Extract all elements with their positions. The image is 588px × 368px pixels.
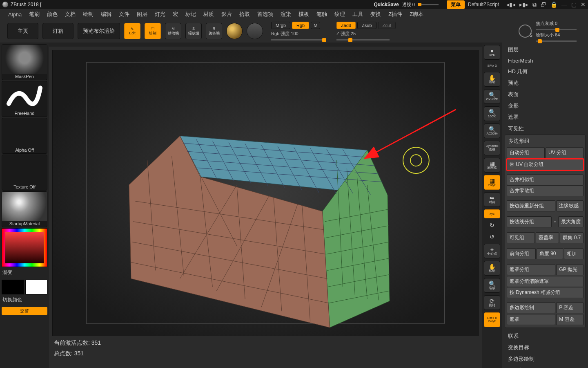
menu-stencil[interactable]: 模板 <box>298 11 309 18</box>
rp-polypaint[interactable]: 多边形绘制 <box>505 353 586 365</box>
menu-zplugin[interactable]: Z插件 <box>388 11 402 18</box>
polyframe-button[interactable]: ▦PolyF <box>484 175 500 190</box>
menu-color[interactable]: 颜色 <box>47 11 58 18</box>
menu-layer[interactable]: 图层 <box>137 11 147 18</box>
menu-button[interactable]: 菜单 <box>447 0 465 9</box>
persp-button[interactable]: Dynamic 透视 <box>484 141 500 155</box>
rgb-intensity-slider[interactable] <box>271 39 324 40</box>
material-slot[interactable]: StartupMaterial <box>2 191 47 227</box>
sculptris-toggle[interactable]: S <box>519 25 532 38</box>
max-angle-slider[interactable]: 最大角度 <box>558 216 584 227</box>
actual-size-button[interactable]: 🔍100% <box>484 106 500 121</box>
menu-file[interactable]: 文件 <box>119 11 129 18</box>
rp-deform[interactable]: 变形 <box>505 100 586 112</box>
menu-alpha[interactable]: Alpha <box>8 11 22 18</box>
scale-gizmo-button[interactable]: S 缩放编 <box>185 23 202 39</box>
material-sphere-b[interactable] <box>247 23 263 39</box>
coverage-slider[interactable]: 覆盖率 <box>536 232 559 243</box>
m-toggle[interactable]: M <box>311 22 320 29</box>
add-toggle[interactable]: 相加 <box>564 248 584 259</box>
lock-icon[interactable]: 🔒 <box>550 1 557 8</box>
menu-prefs[interactable]: 首选项 <box>257 11 273 18</box>
alpha-slot[interactable]: Alpha Off <box>2 118 47 154</box>
minimize-icon[interactable]: — <box>561 1 567 8</box>
xyz-button[interactable]: xyz <box>484 209 500 218</box>
zadd-toggle[interactable]: Zadd <box>336 22 356 29</box>
rgb-toggle[interactable]: Rgb <box>292 22 309 29</box>
group-visible-button[interactable]: 可见组 <box>507 232 535 243</box>
rp-preview[interactable]: 预览 <box>505 77 586 89</box>
seek-next-icon[interactable]: ▸▮▸ <box>519 1 528 8</box>
lightbox-button[interactable]: 灯箱 <box>42 23 74 39</box>
z-intensity-slider[interactable] <box>336 39 390 40</box>
default-zscript-button[interactable]: DefaultZScript <box>468 2 499 7</box>
menu-material[interactable]: 材质 <box>203 11 214 18</box>
auto-groups-button[interactable]: 自动分组 <box>507 147 545 158</box>
rp-layer[interactable]: 图层 <box>505 44 586 56</box>
maximize-icon[interactable]: ▢ <box>571 1 577 8</box>
secondary-color-swatch[interactable] <box>25 280 47 294</box>
rotate-y-button[interactable]: ↺ <box>484 232 500 241</box>
symmetry-button[interactable]: ⇋对称 <box>484 192 500 207</box>
rotate-x-button[interactable]: ↻ <box>484 221 500 230</box>
window-copy-icon[interactable]: ⧉ <box>532 1 537 8</box>
seek-prev-icon[interactable]: ◂▮◂ <box>506 1 515 8</box>
menu-render[interactable]: 渲染 <box>281 11 291 18</box>
material-sphere-a[interactable] <box>226 23 243 39</box>
cluster-slider[interactable]: 群集 0.7 <box>560 232 584 243</box>
menu-draw[interactable]: 绘制 <box>83 11 94 18</box>
group-masked-button[interactable]: 遮罩分组 <box>507 264 555 275</box>
rp-hdgeo[interactable]: HD 几何 <box>505 66 586 77</box>
polygroup-header[interactable]: 多边形组 <box>507 137 584 147</box>
edge-soft-slider[interactable]: 边缘敏感 <box>556 200 584 211</box>
group-by-normals-button[interactable]: 按法线分组 <box>507 216 552 227</box>
rp-fibermesh[interactable]: FiberMesh <box>505 56 586 66</box>
brush-slot[interactable]: MaskPen <box>2 44 47 80</box>
draw-mode-button[interactable]: ⬚ 绘制 <box>145 23 161 39</box>
rotate-gizmo-button[interactable]: R 旋转编 <box>206 23 222 39</box>
merge-similar-button[interactable]: 合并相似组 <box>507 174 584 185</box>
window-stack-icon[interactable]: 🗗 <box>541 1 546 8</box>
uv-groups-button[interactable]: UV 分组 <box>546 147 584 158</box>
menu-movie[interactable]: 影片 <box>221 11 232 18</box>
close-icon[interactable]: ✕ <box>581 1 586 8</box>
rp-morph[interactable]: 变换目标 <box>505 342 586 353</box>
rp-uvmap[interactable]: UV 贴图 <box>505 365 586 368</box>
bpr-button[interactable]: ●BPR <box>484 45 500 60</box>
frame-button[interactable]: ⌖中心点 <box>484 244 500 258</box>
color-picker[interactable] <box>2 228 47 267</box>
from-masking-button[interactable]: 遮罩 <box>507 314 555 325</box>
angle-slider[interactable]: 角度 90 <box>537 248 563 259</box>
auto-groups-with-uv-button[interactable]: 带 UV 自动分组 <box>507 159 584 170</box>
gp-polish-slider[interactable]: GP 抛光 <box>556 264 584 275</box>
from-polypaint-button[interactable]: 多边形绘制 <box>507 302 555 313</box>
rp-surface[interactable]: 表面 <box>505 89 586 100</box>
group-masked-clear-button[interactable]: 遮罩分组清除遮罩 <box>507 276 584 287</box>
nav-move-button[interactable]: ✋移动 <box>484 261 500 276</box>
move-gizmo-button[interactable]: M 移动编 <box>165 23 181 39</box>
menu-light[interactable]: 灯光 <box>155 11 165 18</box>
menu-texture[interactable]: 纹理 <box>334 11 345 18</box>
menu-macro[interactable]: 宏 <box>173 11 178 18</box>
linefill-button[interactable]: Line Fill PolyF <box>484 312 500 327</box>
focal-shift-slider[interactable] <box>536 29 577 30</box>
rp-mask[interactable]: 遮罩 <box>505 112 586 123</box>
menu-doc[interactable]: 文档 <box>65 11 76 18</box>
group-front-button[interactable]: 前向分组 <box>507 248 536 259</box>
menu-zscript[interactable]: Z脚本 <box>410 11 423 18</box>
live-boolean-button[interactable]: 预览布尔渲染 <box>78 23 120 39</box>
zcut-toggle[interactable]: Zcut <box>378 22 396 29</box>
p-tolerance-slider[interactable]: P 容差 <box>556 302 584 313</box>
nav-rotate-button[interactable]: ⟳旋转 <box>484 295 500 310</box>
menu-tool[interactable]: 工具 <box>352 11 363 18</box>
draw-size-slider[interactable] <box>536 40 577 42</box>
zoom2d-button[interactable]: 🔍Zoom2D <box>484 89 500 104</box>
floor-grid-button[interactable]: ▦地网格 <box>484 158 500 173</box>
m-tolerance-slider[interactable]: M 容差 <box>556 314 584 325</box>
zsub-toggle[interactable]: Zsub <box>357 22 376 29</box>
menu-marker[interactable]: 标记 <box>185 11 196 18</box>
menu-brush[interactable]: 笔刷 <box>29 11 40 18</box>
alternate-button[interactable]: 交替 <box>2 307 47 315</box>
mrgb-toggle[interactable]: Mrgb <box>271 22 290 29</box>
half-size-button[interactable]: 🔍AC50% <box>484 123 500 138</box>
